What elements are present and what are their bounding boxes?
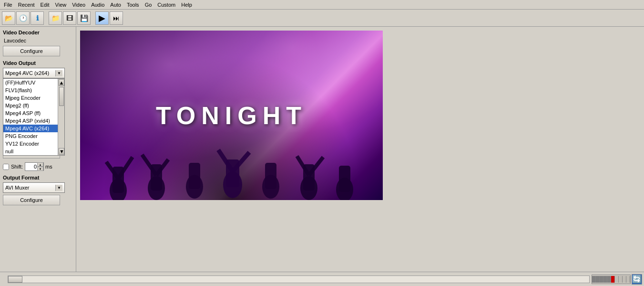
option-mpeg4asp-xvid[interactable]: Mpeg4 ASP (xvid4) [3, 117, 58, 125]
vol-seg-9 [623, 276, 626, 283]
option-yv12[interactable]: YV12 Encoder [3, 140, 58, 148]
output-format-dropdown[interactable]: AVI Muxer ▼ [3, 182, 65, 193]
video-frame: TONIGHT [80, 31, 383, 200]
cycle-icon: 🔄 [632, 275, 642, 284]
horizontal-scrollbar[interactable] [8, 275, 590, 283]
video-area: TONIGHT [76, 27, 644, 272]
option-mjpeg[interactable]: Mjpeg Encoder [3, 94, 58, 102]
recent-button[interactable]: 🕐 [16, 11, 30, 25]
tonight-text: TONIGHT [156, 101, 307, 130]
next-button[interactable]: ⏭ [110, 11, 123, 25]
open-folder-button[interactable]: 📁 [49, 11, 62, 25]
play-button[interactable]: ▶ [95, 11, 109, 25]
vol-seg-4 [603, 276, 607, 283]
shift-input-container: ▲ ▼ [25, 162, 43, 171]
decoder-configure-button[interactable]: Configure [3, 46, 60, 56]
video-output-title: Video Output [3, 60, 73, 66]
video-decoder-section: Video Decoder Lavcodec Configure [3, 30, 73, 60]
shift-checkbox[interactable] [3, 164, 9, 170]
shift-spinner: ▲ ▼ [37, 162, 43, 171]
vol-seg-5 [607, 276, 611, 283]
toolbar: 📂 🕐 ℹ 📁 🎞 💾 ▶ ⏭ [0, 10, 644, 27]
scroll-up-btn[interactable]: ▲ [59, 79, 64, 86]
next-icon: ⏭ [113, 14, 120, 22]
menu-help[interactable]: Help [178, 1, 195, 9]
svg-rect-21 [339, 166, 350, 192]
dropdown-scrollbar[interactable]: ▲ ▼ [58, 79, 64, 155]
vol-seg-7 [615, 276, 619, 283]
option-mpeg2[interactable]: Mpeg2 (ff) [3, 102, 58, 109]
dropdown-list-inner: (FF)HuffYUV FLV1(flash) Mjpeg Encoder Mp… [3, 79, 64, 155]
menu-tools[interactable]: Tools [124, 1, 142, 9]
save-button[interactable]: 💾 [77, 11, 91, 25]
vol-seg-8 [619, 276, 623, 283]
menu-auto[interactable]: Auto [107, 1, 124, 9]
option-null[interactable]: null [3, 148, 58, 155]
output-format-section: Output Format AVI Muxer ▼ Configure [3, 175, 73, 209]
status-right: 🔄 [592, 274, 642, 285]
status-bar: 🔄 [0, 272, 644, 286]
toolbar-separator-2 [92, 11, 94, 25]
option-mpeg4asp-ff[interactable]: Mpeg4 ASP (ff) [3, 109, 58, 117]
vol-seg-1 [592, 276, 596, 283]
open-button[interactable]: 📂 [2, 11, 15, 25]
info-button[interactable]: ℹ [31, 11, 44, 25]
menu-go[interactable]: Go [142, 1, 155, 9]
video-preview: TONIGHT [80, 31, 383, 200]
menu-bar: File Recent Edit View Video Audio Auto T… [0, 0, 644, 10]
decoder-name: Lavcodec [3, 37, 73, 44]
video-decoder-title: Video Decoder [3, 30, 73, 35]
video-output-section: Video Output Mpeg4 AVC (x264) ▼ (FF)Huff… [3, 60, 73, 146]
video-output-selected: Mpeg4 AVC (x264) [5, 70, 49, 76]
vol-seg-10 [626, 276, 630, 283]
dropdown-list-wrapper: (FF)HuffYUV FLV1(flash) Mjpeg Encoder Mp… [3, 79, 64, 155]
dropdown-arrow-icon: ▼ [55, 70, 62, 76]
ms-label: ms [45, 164, 52, 169]
output-format-configure-button[interactable]: Configure [3, 195, 60, 205]
info-icon: ℹ [36, 14, 39, 22]
vol-seg-2 [596, 276, 600, 283]
spinner-down-btn[interactable]: ▼ [37, 167, 43, 171]
toolbar-separator-1 [45, 11, 48, 25]
menu-view[interactable]: View [52, 1, 70, 9]
option-flv1[interactable]: FLV1(flash) [3, 86, 58, 94]
menu-recent[interactable]: Recent [15, 1, 38, 9]
main-content: Video Decoder Lavcodec Configure Video O… [0, 27, 644, 272]
option-png-encoder[interactable]: PNG Encoder [3, 132, 58, 140]
save-icon: 💾 [80, 14, 88, 22]
option-mpeg4avc[interactable]: Mpeg4 AVC (x264) [3, 125, 58, 132]
menu-video[interactable]: Video [69, 1, 88, 9]
output-format-selected: AVI Muxer [5, 185, 30, 191]
video-output-dropdown-list: (FF)HuffYUV FLV1(flash) Mjpeg Encoder Mp… [3, 78, 65, 156]
scroll-thumb[interactable] [59, 87, 64, 106]
video-output-dropdown-btn[interactable]: Mpeg4 AVC (x264) ▼ [3, 68, 65, 78]
play-icon: ▶ [99, 13, 105, 23]
scroll-down-btn[interactable]: ▼ [59, 148, 64, 155]
recent-icon: 🕐 [19, 14, 27, 22]
video-output-dropdown[interactable]: Mpeg4 AVC (x264) ▼ (FF)HuffYUV FLV1(flas… [3, 68, 73, 78]
output-format-arrow-icon: ▼ [55, 185, 62, 191]
shift-row: Shift: ▲ ▼ ms [3, 162, 73, 171]
output-format-title: Output Format [3, 175, 73, 180]
menu-custom[interactable]: Custom [154, 1, 178, 9]
open-icon: 📂 [5, 14, 13, 22]
cycle-button[interactable]: 🔄 [632, 274, 642, 285]
vol-seg-6 [611, 276, 615, 283]
volume-control [592, 275, 631, 284]
svg-rect-9 [189, 163, 200, 189]
scrollbar-thumb[interactable] [8, 276, 22, 283]
menu-file[interactable]: File [1, 1, 15, 9]
left-panel: Video Decoder Lavcodec Configure Video O… [0, 27, 76, 272]
open-folder-icon: 📁 [51, 14, 60, 22]
menu-audio[interactable]: Audio [88, 1, 107, 9]
vol-seg-3 [600, 276, 603, 283]
svg-rect-15 [265, 163, 276, 189]
video-file-button[interactable]: 🎞 [63, 11, 76, 25]
video-file-icon: 🎞 [66, 14, 73, 22]
spinner-up-btn[interactable]: ▲ [37, 162, 43, 167]
option-huffyuv[interactable]: (FF)HuffYUV [3, 79, 58, 86]
shift-label: Shift: [11, 164, 23, 169]
menu-edit[interactable]: Edit [38, 1, 52, 9]
